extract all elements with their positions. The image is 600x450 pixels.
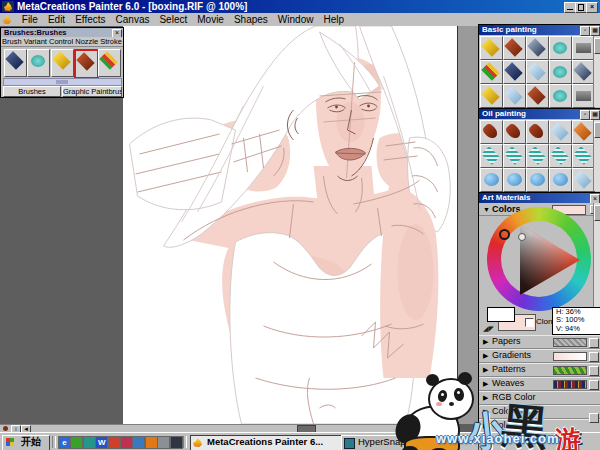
oilteal-variant-icon[interactable]	[526, 144, 549, 168]
oil-grid-icon[interactable]: ▦	[590, 110, 600, 120]
painter-flame-icon[interactable]	[145, 436, 158, 449]
oil-roll-icon[interactable]: ▫	[580, 110, 590, 120]
menu-item-movie[interactable]: Movie	[192, 13, 229, 26]
marker-variant-icon[interactable]	[480, 60, 503, 84]
sv-triangle[interactable]	[487, 207, 591, 311]
brushes-tab-stroke[interactable]: Stroke	[100, 37, 122, 46]
brush-variant-icon[interactable]	[503, 36, 526, 60]
marker-brush-icon[interactable]	[98, 49, 121, 77]
oilteal-variant-icon[interactable]	[503, 144, 526, 168]
section-detail-button[interactable]	[589, 380, 599, 390]
oilteal-variant-icon[interactable]	[549, 144, 572, 168]
menu-item-canvas[interactable]: Canvas	[111, 13, 155, 26]
primary-color-swatch[interactable]	[487, 307, 515, 322]
section-label: Weaves	[492, 378, 524, 389]
brush-variant-icon[interactable]	[526, 84, 549, 108]
internet-explorer-icon[interactable]: e	[58, 436, 71, 449]
brushes-palette-title[interactable]: Brushes:Brushes	[1, 28, 123, 37]
section-weaves[interactable]: ▶Weaves	[479, 377, 600, 391]
teal-book-icon[interactable]	[83, 436, 96, 449]
menu-item-shapes[interactable]: Shapes	[229, 13, 273, 26]
oilteal-variant-icon[interactable]	[480, 144, 503, 168]
close-button[interactable]: ×	[586, 2, 598, 13]
basic-roll-icon[interactable]: ▫	[580, 26, 590, 36]
pencil-brush-icon[interactable]	[51, 49, 74, 77]
oilred-variant-icon[interactable]	[503, 120, 526, 144]
drip-variant-icon[interactable]	[526, 60, 549, 84]
art-corner-button[interactable]	[589, 413, 599, 423]
water-variant-icon[interactable]	[549, 84, 572, 108]
menu-item-effects[interactable]: Effects	[70, 13, 110, 26]
word-icon[interactable]: W	[95, 436, 108, 449]
hue-marker[interactable]	[499, 229, 510, 240]
section-detail-button[interactable]	[589, 352, 599, 362]
section-papers[interactable]: ▶Papers	[479, 335, 600, 349]
oilred-variant-icon[interactable]	[480, 120, 503, 144]
pen-brush-icon[interactable]	[4, 49, 27, 77]
sv-marker[interactable]	[518, 233, 526, 241]
brushes-tab-nozzle[interactable]: Nozzle	[75, 37, 98, 46]
blob-variant-icon[interactable]	[526, 168, 549, 192]
blob-variant-icon[interactable]	[549, 168, 572, 192]
crimson-app-icon[interactable]	[120, 436, 133, 449]
drip-variant-icon[interactable]	[549, 120, 572, 144]
menu-item-help[interactable]: Help	[318, 13, 349, 26]
camera-variant-icon[interactable]	[572, 36, 595, 60]
document-icon	[3, 15, 11, 24]
brushes-tab-brush[interactable]: Brush	[2, 37, 22, 46]
drip-variant-icon[interactable]	[503, 84, 526, 108]
swap-colors-icon[interactable]: ◢◤	[483, 325, 491, 333]
pencil-variant-icon[interactable]	[480, 36, 503, 60]
section-detail-button[interactable]	[589, 366, 599, 376]
task-button-painter[interactable]: MetaCreations Painter 6...	[190, 435, 354, 450]
camera-app-icon[interactable]	[157, 436, 170, 449]
menu-item-edit[interactable]: Edit	[43, 13, 70, 26]
camera-variant-icon[interactable]	[572, 84, 595, 108]
menu-item-window[interactable]: Window	[273, 13, 319, 26]
section-detail-button[interactable]	[589, 338, 599, 348]
brush-category-button[interactable]: Brushes	[3, 86, 61, 97]
menu-item-file[interactable]: File	[17, 13, 43, 26]
title-bar[interactable]: MetaCreations Painter 6.0 - [boxing.RIF …	[0, 0, 600, 13]
brush-brush-icon[interactable]	[74, 49, 99, 79]
section-patterns[interactable]: ▶Patterns	[479, 363, 600, 377]
brush-drawer-handle[interactable]	[3, 78, 122, 86]
green-app-icon[interactable]	[70, 436, 83, 449]
water-variant-icon[interactable]	[549, 60, 572, 84]
hypersnap-task-icon	[344, 438, 355, 449]
section-color-set[interactable]: ▶Color Set	[479, 405, 600, 419]
art-scrollbar[interactable]	[593, 203, 600, 307]
pencil-variant-icon[interactable]	[480, 84, 503, 108]
dark-app-icon[interactable]	[170, 436, 183, 449]
red-app-icon[interactable]	[108, 436, 121, 449]
canvas-boxing-rif[interactable]	[123, 26, 457, 424]
brushes-tab-control[interactable]: Control	[49, 37, 73, 46]
art-materials-title[interactable]: Art Materials	[479, 193, 600, 203]
air-variant-icon[interactable]	[526, 36, 549, 60]
basic-scrollbar[interactable]	[593, 36, 600, 107]
color-swatches-block: ◢◤ Clone Color H: 36% S: 100% V: 94%	[479, 307, 600, 335]
taskbar-separator	[52, 436, 56, 448]
knife-variant-icon[interactable]	[572, 120, 595, 144]
pen-variant-icon[interactable]	[503, 60, 526, 84]
air-variant-icon[interactable]	[572, 60, 595, 84]
image-viewer-icon[interactable]	[132, 436, 145, 449]
menu-item-select[interactable]: Select	[154, 13, 192, 26]
water-variant-icon[interactable]	[549, 36, 572, 60]
clone-color-checkbox[interactable]	[525, 318, 534, 327]
oilred-variant-icon[interactable]	[526, 120, 549, 144]
brush-variant-button[interactable]: Graphic Paintbrush	[62, 86, 122, 97]
drip-variant-icon[interactable]	[572, 168, 595, 192]
section-gradients[interactable]: ▶Gradients	[479, 349, 600, 363]
basic-grid-icon[interactable]: ▦	[590, 26, 600, 36]
section-rgb-color[interactable]: ▶RGB Color	[479, 391, 600, 405]
water-brush-icon[interactable]	[27, 49, 50, 77]
start-button[interactable]: 开始	[2, 435, 50, 450]
brushes-tab-variant[interactable]: Variant	[24, 37, 47, 46]
oilteal-variant-icon[interactable]	[572, 144, 595, 168]
chevron-right-icon: ▶	[483, 392, 488, 403]
blob-variant-icon[interactable]	[503, 168, 526, 192]
oil-scrollbar[interactable]	[593, 120, 600, 191]
blob-variant-icon[interactable]	[480, 168, 503, 192]
annotation-dot-icon[interactable]	[1, 425, 9, 432]
